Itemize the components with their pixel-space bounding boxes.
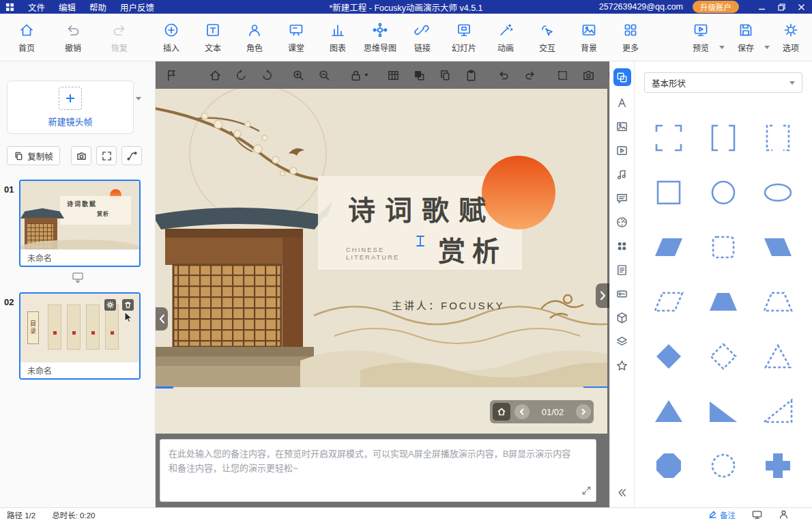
redo-button[interactable]: 恢复	[104, 22, 135, 53]
preview-button[interactable]: 预览	[685, 22, 716, 53]
upgrade-account-button[interactable]: 升级账户	[693, 1, 739, 13]
slide-1-design[interactable]: 诗词歌赋 赏析 CHINESE LITERATURE 主讲人：FOCUSKY	[156, 89, 607, 387]
slide-item-2[interactable]: 目录 未命名	[19, 292, 141, 380]
dual-screen-icon[interactable]	[752, 509, 762, 520]
menu-edit[interactable]: 编辑	[52, 1, 83, 14]
notes-expand-icon[interactable]	[581, 485, 592, 496]
new-frame-dropdown-icon[interactable]	[136, 97, 141, 100]
character-button[interactable]: 角色	[239, 22, 270, 53]
shape-square[interactable]	[648, 172, 689, 213]
expand-frames-button[interactable]	[96, 146, 117, 165]
undo-button[interactable]: 撤销	[57, 22, 89, 53]
options-button[interactable]: 选项	[775, 22, 807, 53]
shape-corner-frame[interactable]	[648, 117, 689, 158]
insert-frame-between-icon[interactable]	[71, 272, 85, 284]
shape-parallelogram[interactable]	[648, 227, 689, 268]
slide-stage[interactable]: 诗词歌赋 赏析 CHINESE LITERATURE 主讲人：FOCUSKY	[156, 89, 607, 434]
next-frame-button[interactable]	[576, 404, 591, 419]
mindmap-button[interactable]: 思维导图	[364, 22, 396, 53]
comment-tool[interactable]	[615, 191, 630, 206]
zoom-out-icon[interactable]	[318, 69, 331, 82]
background-button[interactable]: 背景	[573, 22, 605, 53]
text-tool[interactable]	[615, 95, 630, 110]
canvas-workspace[interactable]: 诗词歌赋 赏析 CHINESE LITERATURE 主讲人：FOCUSKY 0…	[156, 61, 609, 508]
slide-title-text[interactable]: 诗词歌赋	[348, 188, 495, 228]
shape-trapezoid[interactable]	[703, 281, 744, 322]
copy-object-icon[interactable]	[439, 69, 452, 82]
notes-input[interactable]	[160, 440, 596, 501]
more-button[interactable]: 更多	[615, 22, 646, 53]
shape-category-dropdown[interactable]: 基本形状	[644, 72, 802, 93]
close-icon[interactable]	[798, 3, 805, 11]
collapse-panel-button[interactable]	[615, 485, 630, 500]
slide-delete-icon[interactable]	[122, 299, 134, 311]
shape-dashed-diamond[interactable]	[703, 336, 744, 377]
shape-cross[interactable]	[757, 445, 798, 486]
animation-button[interactable]: 动画	[490, 22, 521, 53]
canvas-home-icon[interactable]	[209, 69, 222, 82]
menu-feedback[interactable]: 用户反馈	[113, 1, 161, 14]
widget-tool[interactable]	[615, 286, 630, 301]
shape-circle[interactable]	[703, 172, 744, 213]
music-tool[interactable]	[615, 167, 630, 182]
lock-button[interactable]	[349, 69, 368, 82]
menu-help[interactable]: 帮助	[83, 1, 113, 14]
shape-dashed-right-triangle[interactable]	[757, 391, 798, 432]
slide-title2-text[interactable]: 赏析	[438, 229, 506, 269]
chart-button[interactable]: 图表	[322, 22, 353, 53]
shape-ellipse[interactable]	[757, 172, 798, 213]
template-tool[interactable]	[615, 262, 630, 277]
shape-dashed-rounded-square[interactable]	[703, 227, 744, 268]
minimize-icon[interactable]	[758, 3, 766, 11]
slide-item-1[interactable]: 诗词歌赋 赏析 未命名	[19, 180, 141, 267]
home-button[interactable]: 首页	[11, 22, 42, 53]
restore-icon[interactable]	[778, 3, 785, 11]
preview-dropdown-icon[interactable]	[719, 46, 725, 49]
gauge-tool[interactable]	[615, 214, 630, 229]
screenshot-frame-button[interactable]	[71, 146, 91, 165]
account-email[interactable]: 2572639429@qq.com	[599, 2, 683, 12]
support-icon[interactable]	[779, 509, 789, 520]
video-tool[interactable]	[615, 143, 630, 158]
link-button[interactable]: 链接	[407, 22, 438, 53]
insert-button[interactable]: 插入	[156, 22, 187, 53]
layers-tool[interactable]	[615, 334, 630, 349]
select-region-icon[interactable]	[556, 69, 569, 82]
slide-thumbnail-2[interactable]: 目录	[20, 294, 139, 362]
shape-dashed-parallelogram[interactable]	[648, 281, 689, 322]
collapse-left-panel-tab[interactable]	[156, 307, 168, 330]
save-dropdown-icon[interactable]	[764, 46, 770, 49]
effects-tool[interactable]	[615, 310, 630, 325]
interaction-button[interactable]: 交互	[532, 22, 563, 53]
nav-home-button[interactable]	[493, 403, 510, 421]
slide-speaker-text[interactable]: 主讲人：FOCUSKY	[392, 298, 505, 312]
canvas-undo-icon[interactable]	[497, 69, 510, 82]
shape-dashed-circle[interactable]	[703, 445, 744, 486]
apps-tool[interactable]	[615, 238, 630, 253]
canvas-redo-icon[interactable]	[523, 69, 536, 82]
classroom-button[interactable]: 课堂	[280, 22, 312, 53]
image-tool[interactable]	[615, 119, 630, 134]
slide-thumbnail-1[interactable]: 诗词歌赋 赏析	[20, 181, 139, 249]
shape-dashed-trapezoid[interactable]	[757, 281, 798, 322]
expand-right-panel-tab[interactable]	[596, 283, 609, 308]
favorites-tool[interactable]	[615, 358, 630, 373]
shape-parallelogram-left[interactable]	[757, 227, 798, 268]
shapes-tool[interactable]	[613, 68, 631, 86]
save-button[interactable]: 保存	[730, 22, 762, 53]
zoom-in-icon[interactable]	[292, 69, 305, 82]
slide-settings-icon[interactable]	[104, 299, 116, 311]
flag-icon[interactable]	[165, 69, 178, 82]
shape-dashed-triangle[interactable]	[757, 336, 798, 377]
shape-bracket-frame[interactable]	[703, 117, 744, 158]
copy-frame-button[interactable]: 复制帧	[7, 146, 60, 165]
table-icon[interactable]	[387, 69, 400, 82]
new-frame-button[interactable]: 新建镜头帧	[7, 81, 134, 134]
path-curve-button[interactable]	[121, 146, 142, 165]
shape-right-triangle[interactable]	[703, 391, 744, 432]
prev-frame-button[interactable]	[514, 404, 530, 419]
paste-icon[interactable]	[465, 69, 478, 82]
text-button[interactable]: 文本	[197, 22, 229, 53]
slide-subtitle-text[interactable]: CHINESE LITERATURE	[346, 246, 398, 261]
shape-triangle[interactable]	[648, 391, 689, 432]
